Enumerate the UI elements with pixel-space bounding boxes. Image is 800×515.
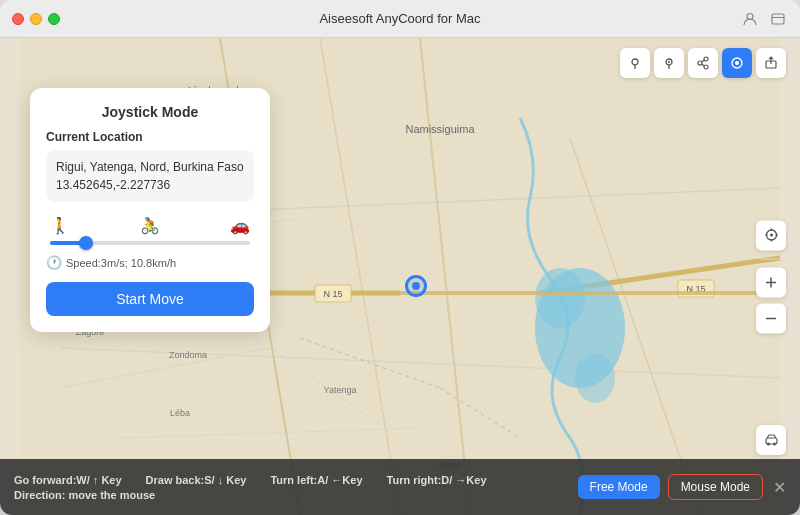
status-row-2: Direction: move the mouse <box>14 489 578 501</box>
svg-point-17 <box>535 268 585 328</box>
status-close-button[interactable]: ✕ <box>773 478 786 497</box>
svg-point-45 <box>735 61 739 65</box>
hint-forward: Go forward:W/ ↑ Key <box>14 474 122 486</box>
free-mode-button[interactable]: Free Mode <box>578 475 660 499</box>
svg-text:Zondoma: Zondoma <box>169 350 207 360</box>
map-area[interactable]: N 15 N 15 <box>0 38 800 515</box>
bottom-right-toolbar <box>756 425 786 455</box>
svg-text:Léba: Léba <box>170 408 190 418</box>
svg-text:N 15: N 15 <box>323 289 342 299</box>
joystick-panel: Joystick Mode Current Location Rigui, Ya… <box>30 88 270 332</box>
speedometer-icon: 🕐 <box>46 255 62 270</box>
transport-row: 🚶 🚴 🚗 <box>46 216 254 235</box>
svg-point-57 <box>767 442 770 445</box>
svg-line-42 <box>702 60 705 62</box>
slider-thumb[interactable] <box>79 236 93 250</box>
location-pin-button[interactable] <box>620 48 650 78</box>
app-title: Aiseesoft AnyCoord for Mac <box>319 11 480 26</box>
panel-title: Joystick Mode <box>46 104 254 120</box>
svg-line-43 <box>702 64 705 66</box>
share-pin-button[interactable] <box>688 48 718 78</box>
hint-left: Turn left:A/ ←Key <box>270 474 362 486</box>
map-toolbar <box>620 48 786 78</box>
export-button[interactable] <box>756 48 786 78</box>
hint-direction: Direction: move the mouse <box>14 489 155 501</box>
main-content: N 15 N 15 <box>0 38 800 515</box>
account-icon[interactable] <box>742 11 758 27</box>
fullscreen-button[interactable] <box>48 13 60 25</box>
svg-point-34 <box>632 59 638 65</box>
svg-text:Namissiguima: Namissiguima <box>405 123 475 135</box>
status-bar: Go forward:W/ ↑ Key Draw back:S/ ↓ Key T… <box>0 459 800 515</box>
location-line2: 13.452645,-2.227736 <box>56 176 244 194</box>
target-icon-button[interactable] <box>756 220 786 250</box>
svg-point-58 <box>773 442 776 445</box>
joystick-button[interactable] <box>722 48 752 78</box>
zoom-in-button[interactable] <box>756 267 786 297</box>
speed-slider-container[interactable] <box>46 241 254 245</box>
slider-track <box>50 241 250 245</box>
minimize-button[interactable] <box>30 13 42 25</box>
start-move-button[interactable]: Start Move <box>46 282 254 316</box>
location-marker <box>405 275 427 297</box>
status-hints: Go forward:W/ ↑ Key Draw back:S/ ↓ Key T… <box>14 474 578 501</box>
hint-back: Draw back:S/ ↓ Key <box>146 474 247 486</box>
location-box: Rigui, Yatenga, Nord, Burkina Faso 13.45… <box>46 150 254 202</box>
svg-point-18 <box>575 353 615 403</box>
svg-rect-1 <box>772 14 784 24</box>
traffic-lights <box>12 13 60 25</box>
settings-pin-button[interactable] <box>654 48 684 78</box>
speed-text: 🕐 Speed:3m/s; 10.8km/h <box>46 255 254 270</box>
bike-icon[interactable]: 🚴 <box>140 216 160 235</box>
car-icon[interactable]: 🚗 <box>230 216 250 235</box>
right-toolbar <box>756 220 786 333</box>
location-line1: Rigui, Yatenga, Nord, Burkina Faso <box>56 158 244 176</box>
titlebar-actions <box>742 11 786 27</box>
status-buttons: Free Mode Mouse Mode <box>578 474 763 500</box>
svg-text:Yatenga: Yatenga <box>324 385 357 395</box>
mouse-mode-button[interactable]: Mouse Mode <box>668 474 763 500</box>
app-window: Aiseesoft AnyCoord for Mac <box>0 0 800 515</box>
location-label: Current Location <box>46 130 254 144</box>
svg-point-37 <box>668 61 670 63</box>
zoom-out-button[interactable] <box>756 303 786 333</box>
status-row-1: Go forward:W/ ↑ Key Draw back:S/ ↓ Key T… <box>14 474 578 486</box>
titlebar: Aiseesoft AnyCoord for Mac <box>0 0 800 38</box>
car-route-button[interactable] <box>756 425 786 455</box>
close-button[interactable] <box>12 13 24 25</box>
divider <box>760 258 782 259</box>
svg-point-48 <box>770 234 773 237</box>
window-icon[interactable] <box>770 11 786 27</box>
walk-icon[interactable]: 🚶 <box>50 216 70 235</box>
hint-right: Turn right:D/ →Key <box>387 474 487 486</box>
